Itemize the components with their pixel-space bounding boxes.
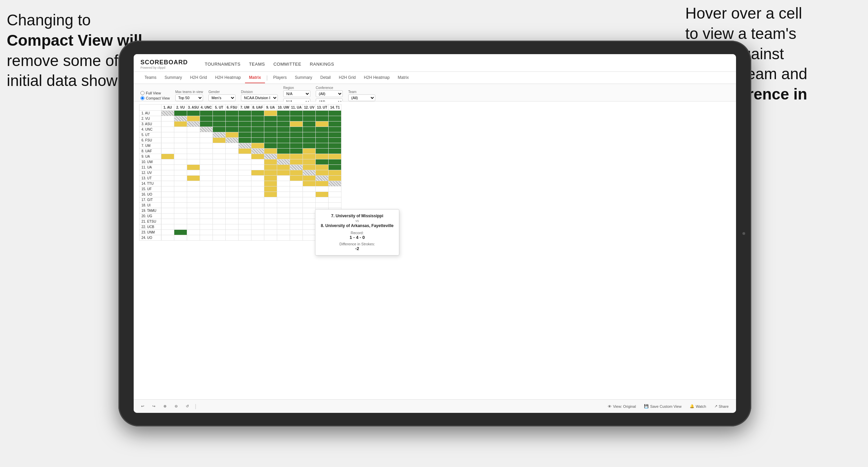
matrix-cell[interactable]	[187, 203, 200, 208]
matrix-cell[interactable]	[316, 127, 329, 132]
matrix-cell[interactable]	[303, 154, 316, 159]
matrix-cell[interactable]	[213, 186, 226, 192]
matrix-cell[interactable]	[213, 127, 226, 132]
matrix-cell[interactable]	[264, 132, 277, 138]
matrix-cell[interactable]	[161, 192, 174, 197]
matrix-cell[interactable]	[277, 197, 290, 203]
matrix-cell[interactable]	[264, 176, 277, 181]
save-custom-btn[interactable]: 💾 Save Custom View	[642, 403, 684, 409]
matrix-cell[interactable]	[174, 165, 187, 170]
matrix-cell[interactable]	[264, 197, 277, 203]
conference-select[interactable]: (All)	[316, 90, 343, 97]
matrix-cell[interactable]	[187, 165, 200, 170]
matrix-cell[interactable]	[174, 121, 187, 127]
matrix-cell[interactable]	[277, 159, 290, 165]
matrix-cell[interactable]	[239, 149, 251, 154]
matrix-cell[interactable]	[303, 214, 316, 219]
add-btn[interactable]: ⊕	[161, 403, 169, 409]
matrix-cell[interactable]	[161, 197, 174, 203]
matrix-cell[interactable]	[277, 230, 290, 235]
matrix-cell[interactable]	[187, 197, 200, 203]
matrix-cell[interactable]	[239, 154, 251, 159]
matrix-cell[interactable]	[226, 121, 239, 127]
remove-btn[interactable]: ⊖	[173, 403, 180, 409]
matrix-cell[interactable]	[251, 224, 264, 230]
matrix-cell[interactable]	[329, 203, 341, 208]
matrix-cell[interactable]	[187, 176, 200, 181]
matrix-cell[interactable]	[213, 149, 226, 154]
matrix-cell[interactable]	[316, 197, 329, 203]
matrix-cell[interactable]	[251, 192, 264, 197]
matrix-cell[interactable]	[161, 219, 174, 224]
matrix-cell[interactable]	[161, 186, 174, 192]
matrix-cell[interactable]	[290, 219, 303, 224]
matrix-cell[interactable]	[200, 165, 213, 170]
matrix-cell[interactable]	[200, 186, 213, 192]
matrix-cell[interactable]	[213, 121, 226, 127]
matrix-cell[interactable]	[161, 149, 174, 154]
matrix-cell[interactable]	[264, 235, 277, 241]
matrix-container[interactable]: 1. AU2. VU3. ASU4. UNC5. UT6. FSU7. UM8.…	[134, 102, 736, 399]
matrix-cell[interactable]	[226, 154, 239, 159]
matrix-cell[interactable]	[290, 181, 303, 186]
matrix-cell[interactable]	[316, 203, 329, 208]
matrix-cell[interactable]	[303, 219, 316, 224]
matrix-cell[interactable]	[251, 230, 264, 235]
main-content[interactable]: 1. AU2. VU3. ASU4. UNC5. UT6. FSU7. UM8.…	[134, 102, 736, 399]
matrix-cell[interactable]	[226, 181, 239, 186]
matrix-cell[interactable]	[329, 181, 341, 186]
matrix-cell[interactable]	[264, 127, 277, 132]
tab-matrix[interactable]: Matrix	[245, 72, 265, 83]
matrix-cell[interactable]	[174, 235, 187, 241]
matrix-cell[interactable]	[239, 127, 251, 132]
matrix-cell[interactable]	[213, 138, 226, 143]
matrix-cell[interactable]	[303, 203, 316, 208]
tab-h2h-grid[interactable]: H2H Grid	[186, 72, 211, 83]
matrix-cell[interactable]	[187, 208, 200, 214]
matrix-cell[interactable]	[200, 159, 213, 165]
share-btn[interactable]: ↗ Share	[712, 403, 731, 409]
matrix-cell[interactable]	[264, 143, 277, 149]
matrix-cell[interactable]	[200, 116, 213, 121]
matrix-cell[interactable]	[161, 159, 174, 165]
matrix-cell[interactable]	[277, 154, 290, 159]
matrix-cell[interactable]	[239, 214, 251, 219]
matrix-cell[interactable]	[290, 235, 303, 241]
matrix-cell[interactable]	[329, 192, 341, 197]
nav-rankings[interactable]: RANKINGS	[310, 60, 334, 68]
matrix-cell[interactable]	[277, 219, 290, 224]
tab-players-summary[interactable]: Summary	[291, 72, 316, 83]
matrix-cell[interactable]	[264, 154, 277, 159]
matrix-cell[interactable]	[290, 208, 303, 214]
matrix-cell[interactable]	[161, 203, 174, 208]
matrix-cell[interactable]	[239, 111, 251, 116]
matrix-cell[interactable]	[329, 111, 341, 116]
matrix-cell[interactable]	[239, 138, 251, 143]
matrix-cell[interactable]	[290, 176, 303, 181]
matrix-cell[interactable]	[251, 149, 264, 154]
matrix-cell[interactable]	[174, 230, 187, 235]
matrix-cell[interactable]	[264, 170, 277, 176]
matrix-cell[interactable]	[200, 132, 213, 138]
division-select[interactable]: NCAA Division I	[241, 94, 278, 101]
full-view-radio[interactable]: Full View	[140, 91, 170, 95]
matrix-cell[interactable]	[264, 208, 277, 214]
matrix-cell[interactable]	[303, 181, 316, 186]
matrix-cell[interactable]	[329, 170, 341, 176]
matrix-cell[interactable]	[290, 116, 303, 121]
matrix-cell[interactable]	[174, 132, 187, 138]
matrix-cell[interactable]	[251, 170, 264, 176]
matrix-cell[interactable]	[303, 170, 316, 176]
matrix-cell[interactable]	[251, 121, 264, 127]
matrix-cell[interactable]	[174, 170, 187, 176]
matrix-cell[interactable]	[200, 230, 213, 235]
matrix-cell[interactable]	[200, 203, 213, 208]
matrix-cell[interactable]	[200, 176, 213, 181]
matrix-cell[interactable]	[187, 219, 200, 224]
matrix-cell[interactable]	[303, 230, 316, 235]
matrix-cell[interactable]	[161, 214, 174, 219]
matrix-cell[interactable]	[161, 230, 174, 235]
matrix-cell[interactable]	[277, 116, 290, 121]
matrix-cell[interactable]	[200, 192, 213, 197]
matrix-cell[interactable]	[290, 192, 303, 197]
